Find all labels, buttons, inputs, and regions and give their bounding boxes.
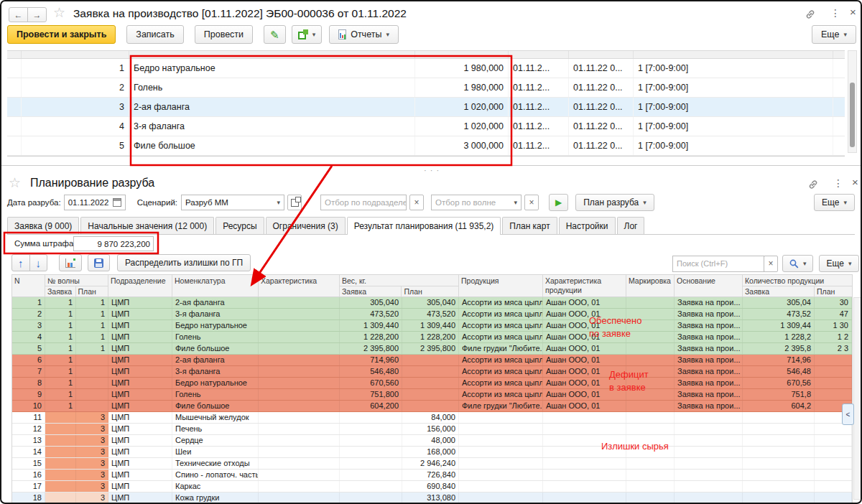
planning-table-row[interactable]: 143ЦМПШеи168,000: [12, 447, 852, 458]
cell-n: 17: [12, 481, 45, 492]
planning-table-row[interactable]: 81ЦМПБедро натуральное670,560Ассорти из …: [12, 378, 852, 389]
cell-characteristic: [259, 378, 340, 388]
header-wave-plan[interactable]: План: [76, 286, 108, 297]
date-value: 01.11.2022: [68, 198, 109, 207]
reports-button[interactable]: Отчеты▾: [329, 25, 399, 44]
clear-wave-filter-button[interactable]: ×: [524, 195, 539, 210]
department-filter-input[interactable]: Отбор по подразделе.. ▾: [320, 195, 407, 210]
production-table-row[interactable]: 32-ая фаланга1 020,00001.11.2...01.11.22…: [7, 98, 845, 117]
cell-qty_plan: [815, 435, 852, 446]
date-input[interactable]: 01.11.2022: [64, 195, 126, 210]
forward-button[interactable]: →: [27, 7, 47, 22]
planning-table-row[interactable]: 173ЦМПКаркас690,840: [12, 481, 852, 493]
tab-ogranicheniya[interactable]: Ограничения (3): [266, 217, 346, 234]
header-wave-group[interactable]: № волны Заявка План: [45, 275, 108, 297]
tab-resursy[interactable]: Ресурсы: [216, 217, 264, 234]
scrollbar-thumb[interactable]: [850, 83, 855, 147]
production-table-row[interactable]: 5Филе большое3 000,00001.11.2...01.11.22…: [7, 136, 845, 156]
back-button[interactable]: ←: [9, 7, 28, 22]
header-qty-request[interactable]: Заявка: [743, 286, 815, 297]
header-characteristic[interactable]: Характеристика: [259, 275, 340, 297]
header-weight-plan[interactable]: План: [402, 286, 458, 297]
planning-table-row[interactable]: 163ЦМПСпино - лопаточ. часть726,840: [12, 470, 852, 481]
wave-filter-input[interactable]: Отбор по волне ▾: [431, 195, 522, 210]
chart-button[interactable]: [59, 254, 82, 271]
cell-wave_plan: 1: [76, 320, 108, 331]
planning-table-row[interactable]: 153ЦМПТехнические отходы2 946,240: [12, 458, 852, 470]
header-qty-group[interactable]: Количество продукции Заявка План: [743, 275, 852, 297]
more-dots-icon[interactable]: ⋮: [830, 8, 840, 18]
open-scenario-button[interactable]: [287, 195, 302, 210]
plan-razrub-button[interactable]: План разруба▾: [575, 194, 654, 211]
clear-department-filter-button[interactable]: ×: [409, 195, 424, 210]
more-dots-icon[interactable]: ⋮: [833, 178, 843, 188]
planning-table-row[interactable]: 123ЦМППечень156,000: [12, 424, 852, 435]
calendar-icon[interactable]: [113, 198, 121, 207]
planning-table-row[interactable]: 71ЦМП3-я фаланга546,480Ассорти из мяса ц…: [12, 366, 852, 378]
planning-table-row[interactable]: 113ЦМПМышечный желудок84,000: [12, 412, 852, 424]
move-down-button[interactable]: ↓: [29, 254, 48, 271]
chevron-down-icon[interactable]: ▾: [514, 199, 517, 206]
more-button-planning[interactable]: Еще▾: [814, 194, 855, 211]
header-n[interactable]: N: [12, 275, 45, 297]
link-icon[interactable]: [805, 9, 816, 23]
favorite-star-icon[interactable]: ☆: [53, 6, 65, 19]
penalty-label: Сумма штрафа:: [14, 239, 76, 248]
clear-search-button[interactable]: ×: [764, 256, 778, 272]
planning-table-row[interactable]: 91ЦМПГолень751,800Ассорти из мяса цыпл..…: [12, 389, 852, 401]
tab-plan-kart[interactable]: План карт: [502, 217, 557, 234]
header-product-characteristic[interactable]: Характеристика продукции: [543, 275, 626, 297]
more-button-table[interactable]: Еще▾: [819, 255, 860, 272]
search-button[interactable]: ▾: [782, 255, 813, 272]
chevron-down-icon[interactable]: ▾: [277, 199, 280, 206]
planning-table-row[interactable]: 211ЦМП3-я фаланга473,520473,520Ассорти и…: [12, 309, 852, 320]
header-weight-group[interactable]: Вес, кг. Заявка План: [340, 275, 459, 297]
production-table-row[interactable]: 2Голень1 980,00001.11.2...01.11.22 0...1…: [7, 78, 845, 98]
post-sign-button[interactable]: ✎: [264, 25, 286, 44]
link-icon[interactable]: [807, 179, 819, 193]
planning-table-row[interactable]: 311ЦМПБедро натуральное1 309,4401 309,44…: [12, 320, 852, 332]
header-department[interactable]: Подразделение: [108, 275, 172, 297]
scenario-combobox[interactable]: Разруб ММ ▾: [181, 195, 284, 210]
move-up-button[interactable]: ↑: [11, 254, 30, 271]
tab-nachalnye-znacheniya[interactable]: Начальные значения (12 000): [80, 217, 214, 234]
header-item[interactable]: Номенклатура: [172, 275, 259, 297]
close-icon[interactable]: ×: [852, 177, 858, 187]
header-marking[interactable]: Маркировка: [626, 275, 675, 297]
run-planning-button[interactable]: ▶: [549, 194, 568, 211]
tab-log[interactable]: Лог: [617, 217, 645, 234]
save-button[interactable]: [88, 254, 110, 271]
planning-table-row[interactable]: 111ЦМП2-ая фаланга305,040305,040Ассорти …: [12, 297, 852, 309]
header-wave-request[interactable]: Заявка: [45, 286, 76, 297]
collapse-panel-button[interactable]: <: [842, 403, 854, 425]
production-table-row[interactable]: 43-я фаланга1 020,00001.11.2...01.11.22 …: [7, 117, 845, 136]
cell-product_char: Ашан ООО, 01: [543, 401, 626, 411]
favorite-star-icon[interactable]: ☆: [9, 176, 21, 190]
planning-table-row[interactable]: 61ЦМП2-ая фаланга714,960Ассорти из мяса …: [12, 355, 852, 366]
post-and-close-button[interactable]: Провести и закрыть: [7, 25, 116, 44]
cell-wave_slot: 1 [7:00-9:00]: [634, 59, 833, 78]
planning-table-row[interactable]: 101ЦМПФиле большое604,200Филе грудки "Лю…: [12, 401, 852, 412]
search-input[interactable]: Поиск (Ctrl+F): [672, 256, 764, 272]
production-table-row[interactable]: 1Бедро натуральное1 980,00001.11.2...01.…: [7, 59, 845, 78]
planning-table-row[interactable]: 133ЦМПСердце48,000: [12, 435, 852, 447]
write-button[interactable]: Записать: [126, 25, 183, 44]
tab-zayavka[interactable]: Заявка (9 000): [7, 217, 79, 234]
cell-weight_request: 604,200: [340, 401, 402, 411]
tab-rezultat-planirovaniya[interactable]: Результат планирования (11 935,2): [347, 217, 501, 235]
header-product[interactable]: Продукция: [459, 275, 543, 297]
close-icon[interactable]: ×: [850, 7, 856, 17]
post-button[interactable]: Провести: [195, 25, 253, 44]
planning-table-row[interactable]: 511ЦМПФиле большое2 395,8002 395,800Филе…: [12, 343, 852, 355]
header-qty-plan[interactable]: План: [815, 286, 852, 297]
distribute-surplus-button[interactable]: Распределить излишки по ГП: [117, 254, 251, 271]
tab-nastroyki[interactable]: Настройки: [559, 217, 616, 234]
create-based-on-button[interactable]: ▾: [292, 25, 323, 44]
scrollbar-top-table[interactable]: [848, 50, 857, 153]
scrollbar-planning-table[interactable]: [853, 297, 862, 500]
more-button-top[interactable]: Еще▾: [812, 25, 856, 44]
planning-table-row[interactable]: 183ЦМПКожа грудки313,080: [12, 493, 852, 504]
planning-table-row[interactable]: 411ЦМПГолень1 228,2001 228,200Ассорти из…: [12, 332, 852, 343]
header-weight-request[interactable]: Заявка: [340, 286, 402, 297]
header-basis[interactable]: Основание: [675, 275, 743, 297]
